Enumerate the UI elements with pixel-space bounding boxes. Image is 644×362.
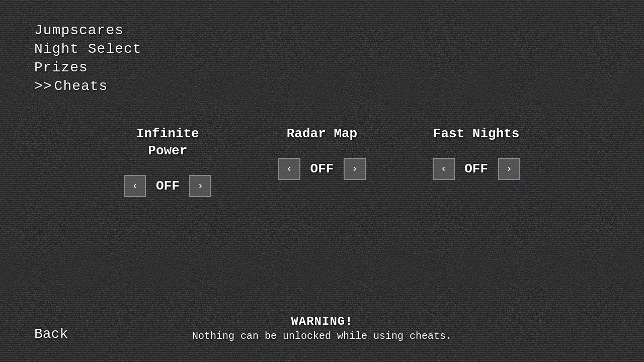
- cheat-option-infinite-power: InfinitePower ‹ OFF ›: [117, 126, 218, 197]
- cheat-control-fast-nights: ‹ OFF ›: [433, 158, 520, 180]
- cheat-label-radar-map: Radar Map: [287, 126, 357, 143]
- cheat-control-infinite-power: ‹ OFF ›: [124, 175, 211, 197]
- nav-item-prizes[interactable]: Prizes: [34, 60, 142, 75]
- radar-map-next-button[interactable]: ›: [344, 158, 366, 180]
- back-button[interactable]: Back: [34, 326, 68, 342]
- cheat-option-fast-nights: Fast Nights ‹ OFF ›: [426, 126, 527, 180]
- infinite-power-value: OFF: [150, 178, 185, 194]
- fast-nights-next-button[interactable]: ›: [498, 158, 520, 180]
- active-arrow: >>: [34, 78, 52, 94]
- radar-map-prev-button[interactable]: ‹: [278, 158, 300, 180]
- warning-area: WARNING! Nothing can be unlocked while u…: [192, 315, 452, 342]
- infinite-power-prev-button[interactable]: ‹: [124, 175, 146, 197]
- cheat-label-infinite-power: InfinitePower: [136, 126, 199, 160]
- main-content: Jumpscares Night Select Prizes >> Cheats…: [0, 0, 644, 362]
- fast-nights-prev-button[interactable]: ‹: [433, 158, 455, 180]
- cheat-option-radar-map: Radar Map ‹ OFF ›: [272, 126, 372, 180]
- cheats-panel: InfinitePower ‹ OFF › Radar Map ‹ OFF › …: [0, 126, 644, 197]
- cheat-control-radar-map: ‹ OFF ›: [278, 158, 366, 180]
- warning-title: WARNING!: [192, 315, 452, 328]
- radar-map-value: OFF: [304, 161, 340, 176]
- nav-item-night-select[interactable]: Night Select: [34, 41, 142, 57]
- nav-item-jumpscares[interactable]: Jumpscares: [34, 23, 142, 38]
- cheat-label-fast-nights: Fast Nights: [433, 126, 520, 143]
- nav-menu: Jumpscares Night Select Prizes >> Cheats: [34, 23, 142, 94]
- warning-text: Nothing can be unlocked while using chea…: [192, 330, 452, 342]
- infinite-power-next-button[interactable]: ›: [189, 175, 211, 197]
- fast-nights-value: OFF: [459, 161, 494, 176]
- nav-item-cheats[interactable]: >> Cheats: [34, 78, 142, 94]
